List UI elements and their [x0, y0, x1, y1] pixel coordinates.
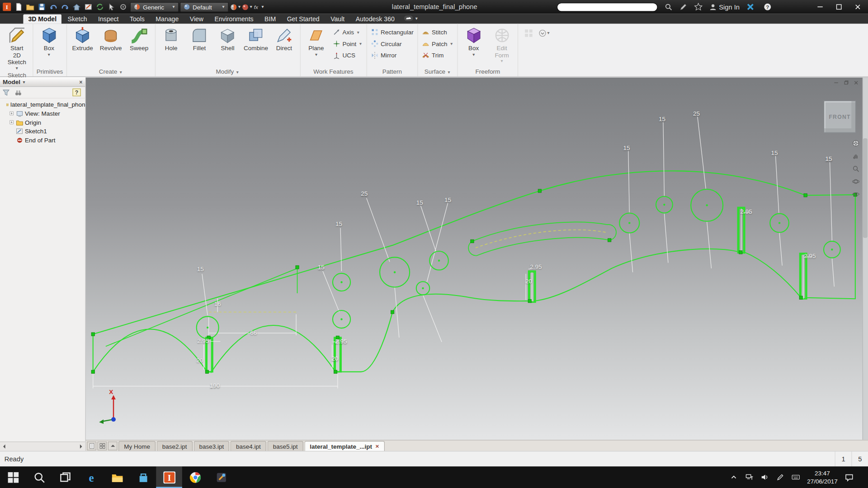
ribbon-tab-manage[interactable]: Manage: [151, 14, 184, 24]
ribbon-tab-inspect[interactable]: Inspect: [93, 14, 123, 24]
ribbon-tab-sketch[interactable]: Sketch: [63, 14, 92, 24]
minimize-button[interactable]: [811, 0, 830, 14]
dimension-label[interactable]: 15: [659, 116, 665, 122]
tile-windows-button[interactable]: [98, 441, 107, 450]
blue-x-button[interactable]: [745, 1, 756, 13]
dimension-label[interactable]: 2.95: [530, 263, 542, 270]
ribbon-button-circular[interactable]: Circular: [369, 39, 415, 48]
look-eye-button[interactable]: [852, 190, 859, 198]
dimension-label[interactable]: 25: [361, 190, 368, 197]
scroll-right-icon[interactable]: [77, 443, 84, 450]
taskbar-store[interactable]: [130, 466, 156, 488]
doc-list-button[interactable]: [87, 441, 96, 450]
ribbon-button-patch[interactable]: Patch▼: [420, 39, 455, 48]
dimension-label[interactable]: 20: [197, 357, 203, 364]
browser-close-icon[interactable]: ×: [79, 79, 82, 84]
document-tab-my-home[interactable]: My Home: [118, 441, 156, 451]
panel-label-pattern[interactable]: Pattern: [369, 67, 415, 76]
pan-hand-button[interactable]: [852, 152, 859, 160]
doc-min-button[interactable]: [833, 80, 839, 85]
tree-item-sketch1[interactable]: Sketch1: [0, 127, 85, 136]
dimension-label[interactable]: 66: [250, 329, 257, 336]
document-tab-base4-ipt[interactable]: base4.ipt: [231, 441, 266, 451]
expand-tabs-button[interactable]: [108, 441, 118, 450]
ribbon-button-direct[interactable]: Direct: [270, 25, 297, 53]
ribbon-button-trim[interactable]: Trim: [420, 51, 455, 60]
viewport[interactable]: 15162.95206619015152.95202515152.9520151…: [86, 77, 868, 440]
select-arrow-button[interactable]: [106, 1, 118, 13]
appearance-dropdown[interactable]: Default ▼: [180, 2, 229, 12]
ribbon-tab-get-started[interactable]: Get Started: [282, 14, 325, 24]
freeform-extra-button[interactable]: [523, 27, 534, 39]
undo-button[interactable]: [47, 1, 59, 13]
expand-icon[interactable]: [9, 111, 14, 116]
ribbon-button-edit-form[interactable]: Edit Form▼: [488, 25, 515, 64]
sign-in-button[interactable]: Sign In: [709, 3, 740, 11]
home-button[interactable]: [71, 1, 83, 13]
dimension-label[interactable]: 20: [331, 355, 338, 362]
taskbar-chrome[interactable]: [182, 466, 208, 488]
dimension-label[interactable]: 15: [318, 264, 325, 271]
tray-network-button[interactable]: [745, 473, 753, 481]
wheel-button[interactable]: [852, 140, 859, 147]
panel-label-work-features[interactable]: Work Features: [302, 67, 364, 76]
browser-help-button[interactable]: ?: [72, 89, 80, 96]
material-style-dropdown[interactable]: Generic ▼: [130, 2, 179, 12]
expand-icon[interactable]: [9, 120, 14, 125]
taskbar-edge[interactable]: e: [78, 466, 104, 488]
scroll-left-icon[interactable]: [1, 443, 8, 450]
dimension-label[interactable]: 15: [335, 220, 342, 227]
dimension-label[interactable]: 16: [214, 300, 221, 307]
maximize-button[interactable]: [829, 0, 848, 14]
tree-item-end-of-part[interactable]: End of Part: [0, 136, 85, 145]
ribbon-tab-vault[interactable]: Vault: [326, 14, 349, 24]
appearance-red-button[interactable]: ▼: [241, 1, 253, 13]
tray-chevron-up-button[interactable]: [730, 473, 738, 481]
taskbar-paint3d[interactable]: [208, 466, 234, 488]
help-button[interactable]: ?: [762, 1, 774, 13]
dimension-label[interactable]: 25: [693, 110, 700, 117]
doc-max-button[interactable]: [843, 80, 849, 85]
titlebar-search-input[interactable]: [557, 3, 657, 12]
ribbon-tab-view[interactable]: View: [185, 14, 208, 24]
gear-button[interactable]: [118, 1, 129, 13]
dimension-label[interactable]: 15: [771, 150, 778, 156]
ribbon-button-rectangular[interactable]: Rectangular: [369, 28, 415, 37]
ribbon-tab-environments[interactable]: Environments: [209, 14, 258, 24]
ribbon-button-box[interactable]: Box▼: [35, 25, 62, 57]
tree-item-view-master[interactable]: View: Master: [0, 109, 85, 118]
dimension-label[interactable]: 20: [525, 278, 532, 285]
dimension-label[interactable]: 2.95: [804, 252, 816, 259]
document-tab-base3-ipt[interactable]: base3.ipt: [193, 441, 229, 451]
new-file-button[interactable]: [13, 1, 24, 13]
refresh-button[interactable]: [94, 1, 106, 13]
a360-status-button[interactable]: ▼: [404, 14, 419, 24]
ribbon-button-start-2d-sketch[interactable]: Start 2D Sketch▼: [3, 25, 30, 71]
taskbar-tb-search[interactable]: [26, 466, 52, 488]
ribbon-button-shell[interactable]: Shell: [214, 25, 241, 53]
pen-button[interactable]: [677, 1, 689, 13]
taskbar-inventor-app[interactable]: I: [156, 466, 182, 488]
orbit-button[interactable]: [852, 178, 859, 185]
ribbon-button-axis[interactable]: Axis▼: [331, 28, 364, 37]
dimension-label[interactable]: 2.95: [740, 208, 752, 215]
close-tab-icon[interactable]: ×: [375, 443, 379, 449]
open-file-button[interactable]: [24, 1, 36, 13]
panel-label-create[interactable]: Create ▼: [69, 67, 153, 76]
dimension-label[interactable]: 2.95: [335, 338, 347, 345]
tree-item-lateral-template-final-phon[interactable]: lateral_template_final_phon: [0, 100, 85, 109]
sketch-canvas[interactable]: [86, 77, 868, 440]
fx-button[interactable]: fx▼: [253, 1, 265, 13]
dimension-label[interactable]: 15: [623, 145, 630, 151]
zoom-mag-button[interactable]: [852, 165, 859, 173]
panel-label-modify[interactable]: Modify ▼: [158, 67, 298, 76]
dimension-label[interactable]: 15: [826, 155, 832, 162]
sketch-notches[interactable]: [206, 207, 807, 372]
panel-label-freeform[interactable]: Freeform: [460, 67, 515, 76]
sketch-edit-button[interactable]: [82, 1, 94, 13]
ribbon-tab-tools[interactable]: Tools: [125, 14, 150, 24]
doc-close-button[interactable]: [853, 80, 859, 85]
ribbon-button-extrude[interactable]: Extrude: [69, 25, 96, 53]
ribbon-display-toggle[interactable]: ▼: [539, 27, 551, 39]
tree-item-origin[interactable]: Origin: [0, 118, 85, 127]
